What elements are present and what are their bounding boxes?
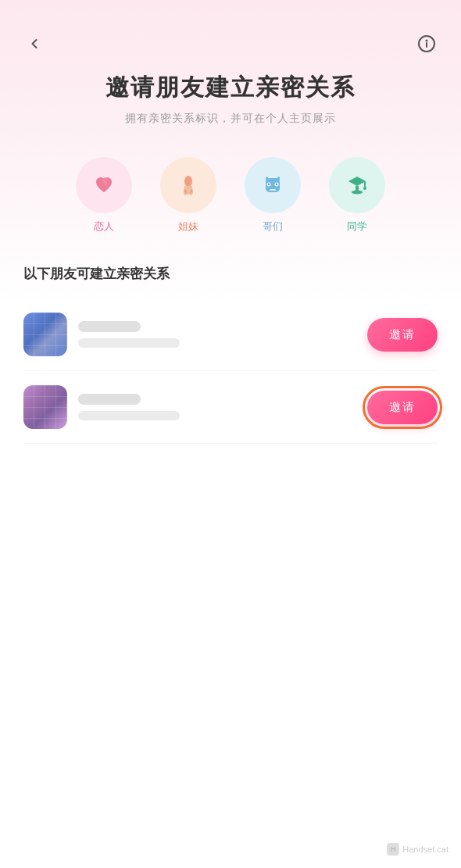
title-section: 邀请朋友建立亲密关系 拥有亲密关系标识，并可在个人主页展示 <box>0 64 461 141</box>
section-title: 以下朋友可建立亲密关系 <box>23 265 438 283</box>
svg-point-3 <box>427 41 427 41</box>
brothers-icon <box>245 157 301 213</box>
svg-point-11 <box>276 184 277 185</box>
category-lovers[interactable]: 恋人 <box>76 157 132 234</box>
friend-name-2 <box>78 394 141 405</box>
friend-info-2 <box>78 394 367 420</box>
friend-name-1 <box>78 321 141 332</box>
friend-sub-1 <box>78 338 180 348</box>
brothers-label: 哥们 <box>263 220 283 234</box>
svg-rect-13 <box>266 177 268 180</box>
info-button[interactable] <box>414 31 439 56</box>
category-brothers[interactable]: 哥们 <box>245 157 301 234</box>
sisters-icon <box>160 157 216 213</box>
watermark-text: Handset.cat <box>402 845 448 854</box>
invite-button-2[interactable]: 邀请 <box>367 391 438 424</box>
friend-item-1: 邀请 <box>23 298 438 371</box>
categories-row: 恋人 姐妹 <box>0 141 461 257</box>
friend-info-1 <box>78 321 367 348</box>
svg-marker-15 <box>348 177 366 186</box>
header <box>0 0 461 64</box>
classmates-icon <box>329 157 385 213</box>
friend-avatar-2 <box>23 385 67 429</box>
svg-rect-18 <box>364 181 366 188</box>
svg-rect-12 <box>270 189 276 191</box>
main-title: 邀请朋友建立亲密关系 <box>31 72 430 104</box>
friend-list: 邀请 邀请 <box>23 298 438 444</box>
sub-title: 拥有亲密关系标识，并可在个人主页展示 <box>31 112 430 126</box>
watermark-icon: H <box>387 843 399 855</box>
sisters-label: 姐妹 <box>178 220 198 234</box>
svg-point-19 <box>363 187 366 190</box>
category-sisters[interactable]: 姐妹 <box>160 157 216 234</box>
invite-button-1[interactable]: 邀请 <box>367 318 438 352</box>
classmates-label: 同学 <box>347 220 367 234</box>
friend-sub-2 <box>78 411 180 420</box>
category-classmates[interactable]: 同学 <box>329 157 385 234</box>
friends-section: 以下朋友可建立亲密关系 邀请 邀请 <box>0 257 461 452</box>
friend-item-2: 邀请 <box>23 371 438 444</box>
svg-point-10 <box>268 184 270 185</box>
lovers-label: 恋人 <box>94 220 114 234</box>
watermark: H Handset.cat <box>387 843 448 855</box>
lovers-icon <box>76 157 132 213</box>
back-button[interactable] <box>22 31 47 56</box>
page-container: 邀请朋友建立亲密关系 拥有亲密关系标识，并可在个人主页展示 恋人 <box>0 0 461 868</box>
svg-rect-14 <box>277 177 280 180</box>
friend-avatar-1 <box>23 313 67 356</box>
svg-point-4 <box>184 176 192 187</box>
svg-point-17 <box>352 191 363 195</box>
